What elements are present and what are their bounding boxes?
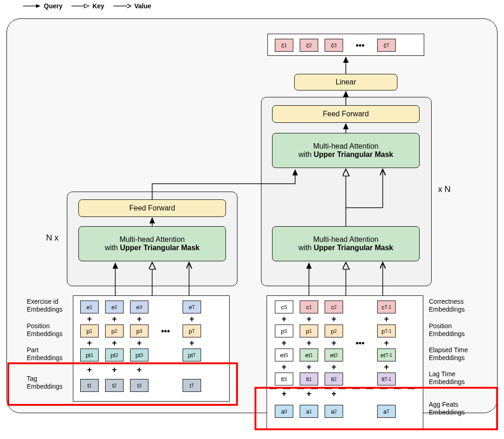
highlight-agg-embeddings	[255, 387, 498, 430]
highlight-tag-embeddings	[7, 362, 238, 406]
